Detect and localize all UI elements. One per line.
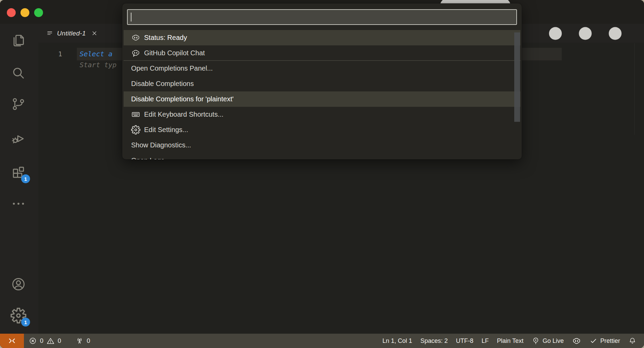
quick-pick-item-open-logs[interactable]: Open Logs [124,153,520,159]
zoom-window-button[interactable] [34,8,43,17]
status-bar-left: 000 [0,334,378,348]
text-cursor [131,13,131,21]
debug-icon [11,130,26,146]
go-live-label: Go Live [543,337,564,345]
activity-bar-item-more-views[interactable] [9,194,28,213]
golive-icon [532,337,540,345]
ports-status[interactable]: 0 [71,334,95,348]
quick-pick-item-label: Edit Keyboard Shortcuts... [144,111,223,118]
quick-pick-item-label: Open Logs [131,157,165,159]
ghost-text-start-typing: Start typ [80,61,116,69]
activity-bar-item-run-and-debug[interactable] [9,129,28,148]
quick-pick-input[interactable] [127,9,517,25]
copilot-icon [572,336,581,346]
activity-bar-item-extensions[interactable]: 1 [9,163,28,182]
activity-bar: 11 [0,24,38,334]
manage-badge: 1 [21,318,30,327]
close-window-button[interactable] [7,8,16,17]
activity-bar-item-source-control[interactable] [9,95,28,114]
quick-pick-item-disable-completions-for-plaintext[interactable]: Disable Completions for 'plaintext' [124,91,520,107]
quick-pick-item-label: Show Diagnostics... [131,141,191,149]
quick-pick-item-label: Open Completions Panel... [131,64,213,72]
ghost-text-select-language-link[interactable]: Select a [80,50,112,58]
problems-status[interactable]: 00 [24,334,66,348]
cursor-position-label: Ln 1, Col 1 [382,337,412,345]
indentation-label: Spaces: 2 [420,337,448,345]
ports-count: 0 [87,337,90,345]
language-mode-label: Plain Text [497,337,523,345]
activity-bar-item-search[interactable] [9,64,28,83]
status-cursor-position[interactable]: Ln 1, Col 1 [378,334,416,348]
quick-pick-item-edit-keyboard-shortcuts[interactable]: Edit Keyboard Shortcuts... [124,107,520,122]
vscode-window: 11 Untitled-1 1 Select a Start typ Statu… [0,0,644,348]
status-notifications[interactable] [624,334,641,348]
source-control-icon [11,96,26,112]
broadcast-icon [75,337,84,345]
quick-pick-panel: Status: ReadyGitHub Copilot ChatOpen Com… [122,3,522,159]
remote-indicator[interactable] [0,334,24,348]
scrollbar-thumb[interactable] [514,32,520,122]
status-encoding[interactable]: UTF-8 [452,334,477,348]
remote-icon [8,337,16,345]
minimap-border [634,43,635,135]
status-language-mode[interactable]: Plain Text [493,334,528,348]
quick-pick-item-status-ready[interactable]: Status: Ready [124,30,520,45]
extensions-badge: 1 [21,174,30,183]
quick-pick-item-label: Disable Completions [131,80,194,88]
quick-pick-item-show-diagnostics[interactable]: Show Diagnostics... [124,137,520,153]
line-number: 1 [52,50,62,58]
copilot-chat-icon [131,48,140,58]
quick-pick-item-label: Edit Settings... [144,126,188,134]
activity-bar-item-manage[interactable]: 1 [9,306,28,325]
activity-bar-item-explorer[interactable] [9,31,28,50]
tab-label: Untitled-1 [57,30,86,37]
window-controls [7,8,43,17]
status-go-live[interactable]: Go Live [528,334,568,348]
ellipsis-icon [11,196,26,212]
minimize-window-button[interactable] [20,8,29,17]
error-count: 0 [40,337,43,345]
copilot-icon [131,33,140,42]
status-bar: 000 Ln 1, Col 1Spaces: 2UTF-8LFPlain Tex… [0,334,644,348]
check-icon [589,337,598,345]
quick-pick-item-disable-completions[interactable]: Disable Completions [124,76,520,91]
quick-pick-list: Status: ReadyGitHub Copilot ChatOpen Com… [122,30,522,159]
account-icon [11,276,26,292]
quick-pick-item-github-copilot-chat[interactable]: GitHub Copilot Chat [124,45,520,61]
window: 11 Untitled-1 1 Select a Start typ Statu… [0,0,644,348]
error-icon [29,337,37,345]
gear-icon [131,125,140,134]
activity-bar-item-accounts[interactable] [9,275,28,294]
warning-count: 0 [58,337,61,345]
quick-pick-item-label: GitHub Copilot Chat [144,49,205,57]
status-bar-right: Ln 1, Col 1Spaces: 2UTF-8LFPlain TextGo … [378,334,644,348]
encoding-label: UTF-8 [456,337,473,345]
keyboard-icon [131,110,140,119]
prettier-label: Prettier [600,337,620,345]
eol-label: LF [481,337,489,345]
tab-untitled-1[interactable]: Untitled-1 [41,24,103,43]
search-icon [11,66,26,81]
status-indentation[interactable]: Spaces: 2 [416,334,452,348]
list-icon [46,30,54,37]
quick-pick-item-edit-settings[interactable]: Edit Settings... [124,122,520,137]
quick-pick-item-open-completions-panel[interactable]: Open Completions Panel... [124,61,520,76]
files-icon [11,32,26,48]
bell-icon [628,337,636,345]
warning-icon [46,337,55,345]
quick-pick-item-label: Disable Completions for 'plaintext' [131,95,234,103]
status-copilot-status[interactable] [568,334,585,348]
close-tab-icon[interactable] [91,30,98,37]
status-eol[interactable]: LF [477,334,493,348]
status-prettier[interactable]: Prettier [585,334,624,348]
quick-pick-item-label: Status: Ready [144,34,187,42]
